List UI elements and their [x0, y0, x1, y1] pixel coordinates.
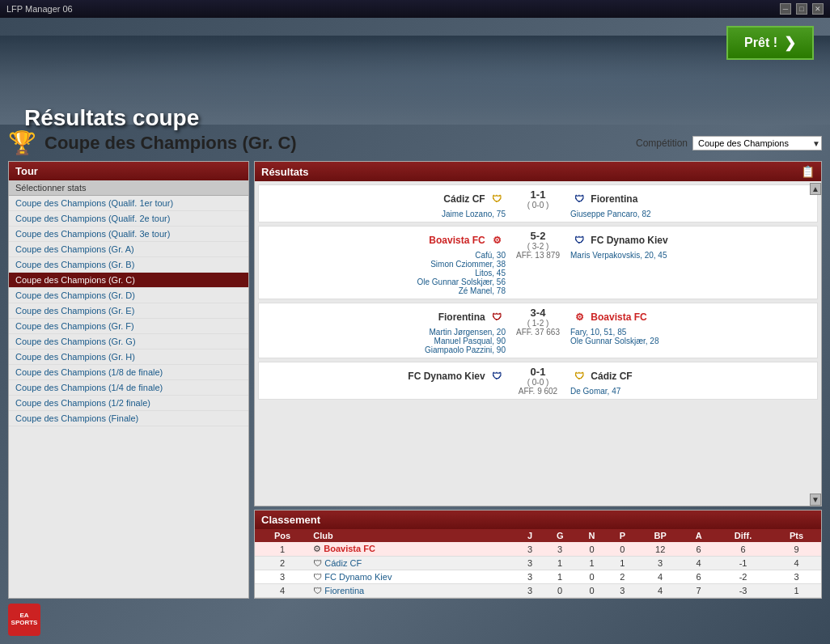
col-a: A — [683, 529, 714, 542]
match-main-row: FC Dynamo Kiev 🛡 0-1 ( 0-0 ) 🛡 Cádiz CF — [264, 366, 812, 387]
tour-item[interactable]: Coupe des Champions (Gr. H) — [9, 350, 248, 365]
match-score: 0-1 ( 0-0 ) — [506, 366, 570, 387]
match-away-team: ⚙ Boavista FC — [570, 311, 812, 324]
ready-button[interactable]: Prêt ! ❯ — [726, 26, 814, 60]
competition-select[interactable]: Coupe des Champions Coupe UEFA Ligue 1 — [692, 136, 822, 150]
ready-arrow-icon: ❯ — [784, 34, 796, 52]
match-score: 3-4 ( 1-2 ) — [506, 307, 570, 328]
tour-subheader: Sélectionner stats — [9, 180, 248, 196]
row-pos: 1 — [255, 542, 310, 557]
tour-item[interactable]: Coupe des Champions (1/4 de finale) — [9, 380, 248, 396]
results-scroll-icon: 📋 — [801, 165, 815, 178]
results-content[interactable]: Cádiz CF 🛡 1-1 ( 0-0 ) 🛡 Fiorentina — [255, 181, 821, 504]
match-main-row: Boavista FC ⚙ 5-2 ( 3-2 ) 🛡 FC Dynamo Ki… — [264, 230, 812, 251]
match-scorers-row: Cafú, 30Simon Cziommer, 38Litos, 45Ole G… — [264, 251, 812, 295]
col-g: G — [544, 529, 576, 542]
home-scorers: Jaime Lozano, 75 — [264, 210, 506, 218]
col-n: N — [576, 529, 608, 542]
home-scorers: Martin Jørgensen, 20Manuel Pasqual, 90Gi… — [264, 328, 506, 354]
maximize-button[interactable]: □ — [796, 3, 807, 15]
row-pos: 2 — [255, 557, 310, 570]
score-center: AFF. 9 602 — [506, 387, 570, 396]
right-panel: Résultats 📋 ▲ Cádiz CF 🛡 — [254, 161, 822, 599]
away-scorers: Maris Verpakovskis, 20, 45 — [570, 251, 812, 295]
main-content: 🏆 Coupe des Champions (Gr. C) Compétitio… — [8, 129, 822, 604]
tour-item[interactable]: Coupe des Champions (Qualif. 2e tour) — [9, 211, 248, 227]
club-icon: 🛡 — [313, 586, 324, 595]
competition-title: Coupe des Champions (Gr. C) — [44, 133, 297, 154]
home-team-shield: ⚙ — [490, 234, 503, 247]
table-row: 1 ⚙ Boavista FC 3 3 0 0 12 6 6 — [255, 542, 821, 557]
minimize-button[interactable]: ─ — [780, 3, 791, 15]
row-club: ⚙ Boavista FC — [310, 542, 516, 557]
title-bar: LFP Manager 06 ─ □ ✕ — [0, 0, 830, 18]
club-icon: 🛡 — [313, 558, 324, 568]
home-scorers: Cafú, 30Simon Cziommer, 38Litos, 45Ole G… — [264, 251, 506, 295]
match-score-sub: ( 3-2 ) — [506, 242, 570, 251]
row-club: 🛡 FC Dynamo Kiev — [310, 570, 516, 584]
classement-table: Pos Club J G N P BP A Diff. Pts — [255, 529, 821, 598]
results-header: Résultats 📋 — [255, 162, 821, 181]
scroll-down-button[interactable]: ▼ — [810, 494, 821, 506]
tour-item[interactable]: Coupe des Champions (Gr. D) — [9, 288, 248, 303]
tour-item[interactable]: Coupe des Champions (Qualif. 1er tour) — [9, 196, 248, 211]
match-score-sub: ( 1-2 ) — [506, 319, 570, 328]
match-score-sub: ( 0-0 ) — [506, 201, 570, 210]
match-main-row: Cádiz CF 🛡 1-1 ( 0-0 ) 🛡 Fiorentina — [264, 189, 812, 210]
col-p: P — [608, 529, 637, 542]
away-team-shield: ⚙ — [573, 311, 586, 324]
competition-select-wrapper[interactable]: Coupe des Champions Coupe UEFA Ligue 1 ▼ — [692, 136, 822, 150]
match-score: 1-1 ( 0-0 ) — [506, 189, 570, 210]
tour-item[interactable]: Coupe des Champions (Gr. B) — [9, 257, 248, 273]
col-club: Club — [310, 529, 516, 542]
match-scorers-row: AFF. 9 602 De Gomar, 47 — [264, 387, 812, 396]
club-icon: ⚙ — [313, 544, 324, 553]
close-button[interactable]: ✕ — [812, 3, 824, 15]
match-main-row: Fiorentina 🛡 3-4 ( 1-2 ) ⚙ Boavista FC — [264, 307, 812, 328]
tour-item[interactable]: Coupe des Champions (Gr. F) — [9, 319, 248, 334]
col-bp: BP — [637, 529, 683, 542]
match-home-team: FC Dynamo Kiev 🛡 — [264, 370, 506, 383]
match-block: Cádiz CF 🛡 1-1 ( 0-0 ) 🛡 Fiorentina — [258, 184, 818, 222]
tour-item[interactable]: Coupe des Champions (Finale) — [9, 411, 248, 426]
tour-item-active[interactable]: Coupe des Champions (Gr. C) — [9, 273, 248, 288]
match-block: Fiorentina 🛡 3-4 ( 1-2 ) ⚙ Boavista FC — [258, 303, 818, 358]
score-center: AFF. 13 879 — [506, 251, 570, 295]
col-pts: Pts — [772, 529, 821, 542]
scroll-up-button[interactable]: ▲ — [810, 183, 821, 195]
tour-list: Coupe des Champions (Qualif. 1er tour) C… — [9, 196, 248, 426]
away-team-shield: 🛡 — [573, 234, 586, 247]
col-diff: Diff. — [714, 529, 772, 542]
row-club: 🛡 Cádiz CF — [310, 557, 516, 570]
away-scorers: Fary, 10, 51, 85Ole Gunnar Solskjær, 28 — [570, 328, 812, 354]
competition-selector: Compétition Coupe des Champions Coupe UE… — [636, 136, 822, 150]
tour-item[interactable]: Coupe des Champions (1/2 finale) — [9, 396, 248, 411]
table-row: 2 🛡 Cádiz CF 3 1 1 1 3 4 -1 — [255, 557, 821, 570]
competition-title-area: 🏆 Coupe des Champions (Gr. C) — [8, 129, 297, 156]
score-center — [506, 210, 570, 218]
home-team-shield: 🛡 — [490, 193, 503, 205]
away-team-shield: 🛡 — [573, 370, 586, 383]
tour-item[interactable]: Coupe des Champions (Qualif. 3e tour) — [9, 227, 248, 242]
tour-item[interactable]: Coupe des Champions (Gr. E) — [9, 303, 248, 319]
home-team-shield: 🛡 — [490, 311, 503, 324]
home-scorers — [264, 387, 506, 396]
match-home-team: Boavista FC ⚙ — [264, 234, 506, 247]
ea-sports-logo: EASPORTS — [8, 604, 40, 636]
match-away-team: 🛡 FC Dynamo Kiev — [570, 234, 812, 247]
match-away-team: 🛡 Fiorentina — [570, 193, 812, 205]
tour-item[interactable]: Coupe des Champions (Gr. A) — [9, 242, 248, 257]
row-pos: 4 — [255, 584, 310, 598]
tour-header: Tour — [9, 162, 248, 180]
competition-header: 🏆 Coupe des Champions (Gr. C) Compétitio… — [8, 129, 822, 156]
tour-item[interactable]: Coupe des Champions (Gr. G) — [9, 334, 248, 350]
row-club: 🛡 Fiorentina — [310, 584, 516, 598]
table-row: 4 🛡 Fiorentina 3 0 0 3 4 7 -3 — [255, 584, 821, 598]
away-scorers: De Gomar, 47 — [570, 387, 812, 396]
match-block: Boavista FC ⚙ 5-2 ( 3-2 ) 🛡 FC Dynamo Ki… — [258, 226, 818, 299]
competition-label: Compétition — [636, 138, 688, 149]
tour-item[interactable]: Coupe des Champions (1/8 de finale) — [9, 365, 248, 380]
match-home-team: Cádiz CF 🛡 — [264, 193, 506, 205]
match-scorers-row: Martin Jørgensen, 20Manuel Pasqual, 90Gi… — [264, 328, 812, 354]
match-home-team: Fiorentina 🛡 — [264, 311, 506, 324]
